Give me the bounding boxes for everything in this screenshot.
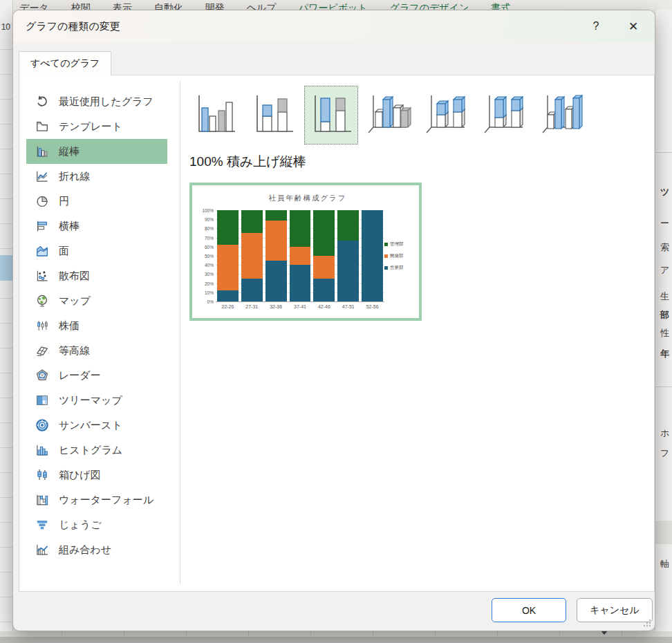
- selected-row-header: [0, 255, 12, 281]
- sidebar-item-label: ウォーターフォール: [59, 494, 153, 507]
- funnel-chart-icon: [35, 518, 50, 532]
- segment-管理部: [265, 210, 287, 221]
- sidebar-item-combo[interactable]: 組み合わせ: [26, 537, 167, 562]
- row-number: 10: [1, 22, 10, 32]
- histogram-chart-icon: [35, 443, 50, 457]
- x-tick-label: 52-56: [360, 304, 384, 313]
- sidebar-item-column[interactable]: 縦棒: [26, 139, 167, 164]
- sidebar-item-label: 等高線: [59, 344, 90, 357]
- sidebar-item-treemap[interactable]: ツリーマップ: [26, 388, 167, 413]
- dialog-content-panel: 最近使用したグラフテンプレート縦棒折れ線円横棒面散布図マップ株価等高線レーダーツ…: [19, 75, 655, 592]
- chart-preview[interactable]: 社員年齢構成グラフ 100%90%80%70%60%50%40%30%20%10…: [189, 183, 422, 321]
- map-chart-icon: [35, 294, 50, 308]
- help-icon[interactable]: ?: [584, 15, 608, 37]
- resize-grip[interactable]: [642, 618, 652, 628]
- sidebar-item-label: サンバースト: [59, 419, 122, 432]
- chart-subtype-thumbnail-2[interactable]: [246, 86, 300, 145]
- excel-task-pane-clipped: ツー索ア生部性年ホフ軸: [655, 10, 672, 631]
- legend-label: 営業部: [390, 265, 404, 271]
- sidebar-item-area[interactable]: 面: [26, 239, 167, 263]
- sidebar-item-label: 円: [59, 195, 69, 208]
- task-pane-text-clipped: 索: [660, 241, 669, 254]
- sidebar-item-label: テンプレート: [59, 120, 122, 133]
- close-icon[interactable]: ✕: [622, 15, 645, 37]
- subtype-title: 100% 積み上げ縦棒: [189, 153, 306, 171]
- sidebar-item-line[interactable]: 折れ線: [26, 164, 167, 189]
- segment-開発部: [265, 221, 287, 261]
- chart-subtype-thumbnail-7[interactable]: [536, 86, 590, 145]
- dialog-tab-row: すべてのグラフ: [13, 42, 655, 75]
- sidebar-item-label: 散布図: [59, 270, 90, 283]
- excel-row-headers-clipped: 10: [0, 0, 13, 631]
- excel-bottom-strip: [0, 631, 672, 643]
- stacked-bar-32-36: [264, 210, 288, 301]
- chart-subtype-thumbnail-4[interactable]: [362, 86, 416, 145]
- x-tick-label: 37-41: [288, 304, 312, 313]
- sidebar-item-label: 株価: [59, 319, 80, 333]
- x-axis-labels: 22-2627-3132-3637-4142-4647-5152-56: [216, 301, 384, 313]
- sidebar-item-recents[interactable]: 最近使用したグラフ: [26, 89, 167, 114]
- chart-title: 社員年齢構成グラフ: [194, 187, 418, 210]
- sidebar-item-label: ツリーマップ: [59, 394, 122, 407]
- ok-button[interactable]: OK: [492, 598, 566, 622]
- x-tick-label: 27-31: [240, 304, 264, 313]
- sheet-arrow-icon: [600, 631, 608, 635]
- chart-subtype-thumbnail-1[interactable]: [188, 86, 242, 145]
- ribbon-tab-clipped: 表示: [113, 2, 132, 10]
- recent-charts-icon: [35, 95, 50, 109]
- y-axis-labels: 100%90%80%70%60%50%40%30%20%10%0%: [196, 210, 216, 301]
- sunburst-chart-icon: [35, 418, 50, 432]
- change-chart-type-dialog: グラフの種類の変更 ? ✕ すべてのグラフ 最近使用したグラフテンプレート縦棒折…: [12, 10, 655, 631]
- sidebar-item-template[interactable]: テンプレート: [26, 114, 167, 139]
- sidebar-item-pie[interactable]: 円: [26, 189, 167, 214]
- chart-subtype-thumbnail-6[interactable]: [478, 86, 532, 145]
- cancel-button[interactable]: キャンセル: [577, 598, 653, 622]
- segment-営業部: [241, 279, 263, 301]
- legend-label: 管理部: [390, 241, 404, 248]
- plot-area: [216, 210, 384, 301]
- sidebar-item-map[interactable]: マップ: [26, 288, 167, 313]
- sidebar-item-scatter[interactable]: 散布図: [26, 263, 167, 288]
- stacked-bar-42-46: [312, 210, 336, 301]
- sidebar-item-sunburst[interactable]: サンバースト: [26, 413, 167, 438]
- segment-開発部: [290, 247, 311, 265]
- ribbon-tab-clipped: パワーピボット: [299, 2, 368, 10]
- x-tick-label: 32-36: [264, 304, 288, 313]
- excel-ribbon-clipped: データ校閲表示自動化開発ヘルプパワーピボットグラフのデザイン書式: [0, 0, 672, 10]
- segment-管理部: [241, 210, 263, 233]
- surface-chart-icon: [35, 344, 50, 357]
- chart-subtype-thumbnail-3[interactable]: [304, 86, 358, 145]
- sidebar-item-funnel[interactable]: じょうご: [26, 512, 167, 537]
- task-pane-text-clipped: フ: [660, 447, 669, 460]
- legend-label: 開発部: [390, 253, 404, 259]
- sidebar-item-bar[interactable]: 横棒: [26, 214, 167, 239]
- sidebar-item-histogram[interactable]: ヒストグラム: [26, 438, 167, 463]
- sidebar-item-radar[interactable]: レーダー: [26, 363, 167, 388]
- task-pane-text-clipped: 年: [660, 348, 669, 360]
- stacked-bar-37-41: [288, 210, 312, 301]
- tab-all-charts[interactable]: すべてのグラフ: [19, 51, 111, 75]
- legend-swatch: [384, 266, 388, 270]
- ribbon-tab-clipped: グラフのデザイン: [390, 2, 469, 10]
- segment-営業部: [362, 210, 383, 301]
- sidebar-item-label: 組み合わせ: [59, 543, 111, 557]
- sidebar-item-label: 箱ひげ図: [59, 469, 101, 482]
- chart-subtype-thumbnail-5[interactable]: [420, 86, 474, 145]
- bar-chart-icon: [35, 219, 50, 233]
- segment-営業部: [265, 261, 287, 301]
- sidebar-item-stock[interactable]: 株価: [26, 313, 167, 338]
- boxwhisker-chart-icon: [35, 468, 50, 482]
- segment-開発部: [217, 245, 239, 290]
- segment-営業部: [313, 279, 335, 301]
- sidebar-item-label: 最近使用したグラフ: [59, 95, 153, 109]
- legend-item-開発部: 開発部: [384, 253, 416, 259]
- sidebar-item-boxwhisker[interactable]: 箱ひげ図: [26, 463, 167, 487]
- task-pane-text-clipped: 軸: [660, 558, 669, 570]
- ribbon-tab-clipped: ヘルプ: [247, 2, 277, 10]
- dialog-title: グラフの種類の変更: [13, 20, 120, 33]
- sidebar-item-waterfall[interactable]: ウォーターフォール: [26, 487, 167, 512]
- ribbon-tab-clipped: 開発: [205, 2, 225, 10]
- sidebar-item-surface[interactable]: 等高線: [26, 338, 167, 363]
- stock-chart-icon: [35, 319, 50, 333]
- x-tick-label: 47-51: [336, 304, 360, 313]
